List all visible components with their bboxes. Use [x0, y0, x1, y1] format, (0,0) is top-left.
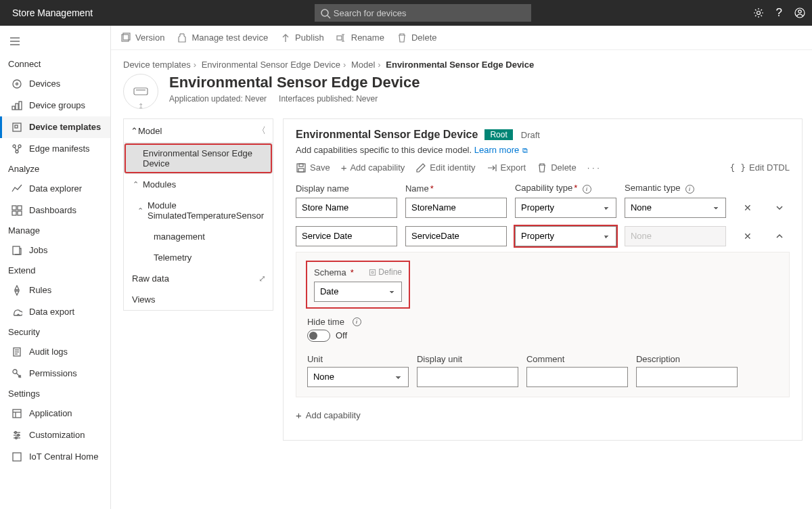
row0-name-input[interactable]: [405, 198, 507, 218]
sidebar: Connect Devices Device groups Device tem…: [0, 26, 111, 509]
sidebar-group-manage[interactable]: Manage: [0, 221, 110, 240]
collapse-icon[interactable]: 〈: [257, 125, 266, 137]
tree-module-child-0[interactable]: management: [124, 226, 273, 247]
sidebar-item-customization[interactable]: Customization: [0, 424, 110, 446]
cmd-publish[interactable]: Publish: [280, 32, 324, 43]
tree-module[interactable]: ⌃Module SimulatedTemperatureSensor: [124, 195, 273, 226]
capability-detail: Schema* Define Date Hide time i Off: [296, 252, 790, 397]
cmd-save[interactable]: Save: [296, 162, 330, 173]
sidebar-group-settings[interactable]: Settings: [0, 384, 110, 403]
sidebar-item-devices[interactable]: Devices: [0, 73, 110, 95]
row1-collapse-icon[interactable]: [769, 230, 790, 242]
info-icon[interactable]: i: [353, 317, 361, 326]
sidebar-item-application[interactable]: Application: [0, 403, 110, 424]
cmd-edit-dtdl[interactable]: { }Edit DTDL: [730, 162, 790, 173]
label: Dashboards: [29, 205, 76, 215]
row0-semantic-type-select[interactable]: None: [625, 198, 726, 218]
define-link[interactable]: Define: [369, 267, 402, 277]
sidebar-item-rules[interactable]: Rules: [0, 280, 110, 301]
main: Version Manage test device Publish Renam…: [111, 26, 812, 509]
sidebar-item-device-groups[interactable]: Device groups: [0, 95, 110, 116]
sidebar-item-jobs[interactable]: Jobs: [0, 240, 110, 261]
svg-point-16: [18, 145, 21, 148]
sidebar-item-audit-logs[interactable]: Audit logs: [0, 341, 110, 363]
help-icon[interactable]: ?: [776, 6, 782, 20]
sidebar-group-extend[interactable]: Extend: [0, 261, 110, 280]
device-image[interactable]: ↥: [123, 74, 158, 109]
tree-raw-data[interactable]: Raw data⤢: [124, 268, 273, 289]
sidebar-group-security[interactable]: Security: [0, 323, 110, 341]
sidebar-item-dashboards[interactable]: Dashboards: [0, 200, 110, 221]
cmd-rename[interactable]: Rename: [336, 32, 384, 43]
learn-more-link[interactable]: Learn more ⧉: [474, 145, 528, 155]
crumb-2[interactable]: Model: [351, 60, 375, 70]
add-capability-button[interactable]: +Add capability: [296, 407, 361, 424]
row0-capability-type-select[interactable]: Property: [515, 198, 616, 218]
description-input[interactable]: [636, 367, 738, 387]
tree-views[interactable]: Views: [124, 289, 273, 310]
cmd-more[interactable]: · · ·: [587, 162, 600, 173]
external-link-icon: ⧉: [520, 146, 528, 154]
interfaces-published: Interfaces published: Never: [279, 94, 378, 104]
sidebar-item-permissions[interactable]: Permissions: [0, 363, 110, 384]
model-tree-panel: ⌃Model 〈 Environmental Sensor Edge Devic…: [123, 118, 273, 311]
svg-rect-22: [13, 246, 20, 255]
tree-modules[interactable]: ⌃Modules: [124, 174, 273, 195]
svg-rect-41: [337, 36, 342, 40]
crumb-0[interactable]: Device templates: [123, 60, 191, 70]
unit-select[interactable]: None: [307, 367, 409, 387]
row1-semantic-type-select: None: [625, 226, 726, 246]
cmd-delete[interactable]: Delete: [397, 32, 437, 43]
form-commandbar: Save +Add capability Edit identity Expor…: [296, 162, 790, 173]
col-semantic-type: Semantic type i: [625, 183, 726, 194]
capability-columns: Display name Name* Capability type* i Se…: [296, 183, 790, 194]
breadcrumb: Device templates› Environmental Sensor E…: [123, 60, 800, 70]
schema-select[interactable]: Date: [314, 282, 402, 302]
row1-name-input[interactable]: [405, 226, 507, 246]
cmd-add-capability[interactable]: +Add capability: [341, 162, 405, 173]
info-icon[interactable]: i: [583, 185, 591, 194]
label: Device groups: [29, 100, 85, 110]
tree-module-child-1[interactable]: Telemetry: [124, 247, 273, 268]
data-export-icon: [12, 307, 22, 317]
edge-manifests-icon: [12, 143, 22, 154]
sidebar-item-iot-home[interactable]: IoT Central Home: [0, 446, 110, 468]
row1-capability-type-select[interactable]: Property: [515, 226, 616, 246]
hide-time-toggle[interactable]: Off: [307, 330, 778, 342]
svg-rect-21: [18, 211, 22, 215]
display-unit-input[interactable]: [417, 367, 518, 387]
svg-point-2: [757, 12, 760, 15]
tree-root[interactable]: ⌃Model: [131, 126, 162, 136]
label: Edge manifests: [29, 143, 90, 154]
dashboards-icon: [12, 205, 22, 216]
cmd-manage-test-device[interactable]: Manage test device: [177, 32, 268, 43]
unit-label: Unit: [307, 354, 409, 364]
cmd-edit-identity[interactable]: Edit identity: [415, 162, 475, 173]
hamburger-icon[interactable]: [0, 31, 110, 55]
info-icon[interactable]: i: [685, 185, 694, 194]
sidebar-group-analyze[interactable]: Analyze: [0, 160, 110, 178]
row0-expand-icon[interactable]: [769, 202, 790, 213]
svg-rect-20: [12, 211, 16, 215]
sidebar-group-connect[interactable]: Connect: [0, 55, 110, 73]
row0-delete-icon[interactable]: ✕: [734, 202, 761, 213]
sidebar-item-data-export[interactable]: Data export: [0, 301, 110, 323]
commandbar: Version Manage test device Publish Renam…: [111, 26, 812, 50]
sidebar-item-data-explorer[interactable]: Data explorer: [0, 178, 110, 200]
crumb-1[interactable]: Environmental Sensor Edge Device: [202, 60, 340, 70]
sidebar-item-edge-manifests[interactable]: Edge manifests: [0, 138, 110, 160]
cmd-version[interactable]: Version: [120, 32, 164, 43]
row1-display-name-input[interactable]: [296, 226, 397, 246]
tree-item-selected[interactable]: Environmental Sensor Edge Device: [124, 143, 273, 174]
svg-rect-37: [13, 453, 21, 461]
row1-delete-icon[interactable]: ✕: [734, 231, 761, 242]
cmd-delete-form[interactable]: Delete: [537, 162, 577, 173]
sidebar-item-device-templates[interactable]: Device templates: [0, 116, 110, 138]
row0-display-name-input[interactable]: [296, 198, 397, 218]
cmd-export[interactable]: Export: [487, 162, 526, 173]
search-input[interactable]: [315, 4, 531, 22]
comment-input[interactable]: [526, 367, 628, 387]
gear-icon[interactable]: [753, 7, 764, 19]
account-icon[interactable]: [794, 7, 805, 19]
devices-icon: [12, 79, 22, 89]
